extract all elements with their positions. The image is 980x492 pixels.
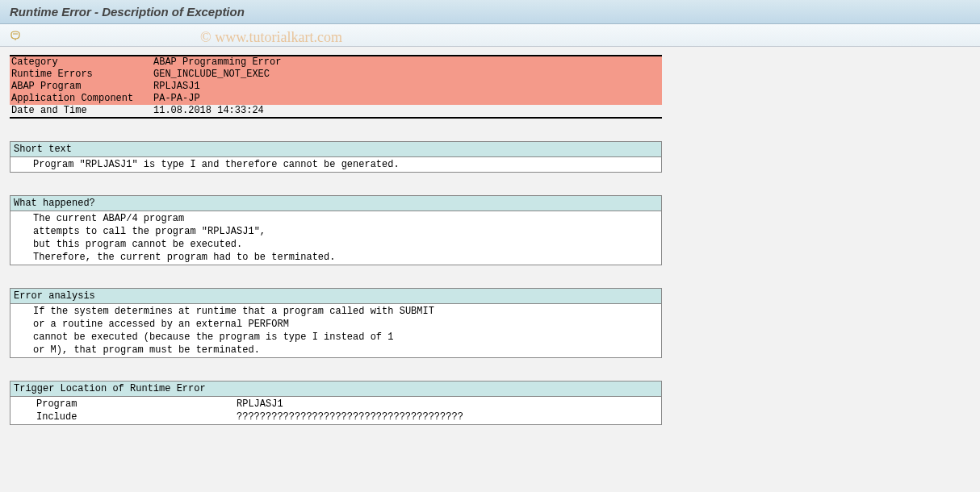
- error-value: GEN_INCLUDE_NOT_EXEC: [153, 69, 662, 81]
- error-label: Application Component: [10, 93, 153, 105]
- error-row-category: Category ABAP Programming Error: [10, 56, 662, 69]
- trigger-row-include: Include ????????????????????????????????…: [14, 411, 658, 423]
- trigger-value: ???????????????????????????????????????: [237, 411, 658, 423]
- section-trigger-location: Trigger Location of Runtime Error Progra…: [10, 381, 662, 425]
- toolbar: [0, 24, 980, 47]
- content-area: Category ABAP Programming Error Runtime …: [0, 47, 980, 433]
- section-body: If the system determines at runtime that…: [10, 304, 661, 357]
- section-title: Trigger Location of Runtime Error: [10, 382, 661, 397]
- title-bar: Runtime Error - Description of Exception: [0, 0, 980, 24]
- section-body: The current ABAP/4 program attempts to c…: [10, 211, 661, 265]
- error-header-table: Category ABAP Programming Error Runtime …: [10, 55, 662, 119]
- error-value: 11.08.2018 14:33:24: [153, 105, 662, 117]
- error-row-date-time: Date and Time 11.08.2018 14:33:24: [10, 105, 662, 117]
- error-row-runtime-errors: Runtime Errors GEN_INCLUDE_NOT_EXEC: [10, 69, 662, 81]
- section-body: Program RPLJASJ1 Include ???????????????…: [10, 397, 661, 424]
- section-short-text: Short text Program "RPLJASJ1" is type I …: [10, 141, 662, 173]
- page-title: Runtime Error - Description of Exception: [10, 5, 245, 19]
- section-what-happened: What happened? The current ABAP/4 progra…: [10, 195, 662, 265]
- error-label: ABAP Program: [10, 81, 153, 93]
- section-body: Program "RPLJASJ1" is type I and therefo…: [10, 157, 661, 172]
- text-line: Program "RPLJASJ1" is type I and therefo…: [33, 158, 658, 171]
- section-title: Short text: [10, 142, 661, 157]
- text-line: but this program cannot be executed.: [33, 238, 658, 251]
- error-value: ABAP Programming Error: [153, 56, 662, 69]
- text-line: If the system determines at runtime that…: [33, 305, 658, 318]
- text-line: or M), that program must be terminated.: [33, 344, 658, 356]
- error-label: Runtime Errors: [10, 69, 153, 81]
- text-line: Therefore, the current program had to be…: [33, 251, 658, 264]
- trigger-label: Include: [14, 411, 237, 423]
- error-row-abap-program: ABAP Program RPLJASJ1: [10, 81, 662, 93]
- error-label: Category: [10, 56, 153, 69]
- text-line: attempts to call the program "RPLJASJ1",: [33, 225, 658, 238]
- trigger-value: RPLJASJ1: [237, 398, 658, 411]
- error-value: RPLJASJ1: [153, 81, 662, 93]
- trigger-row-program: Program RPLJASJ1: [14, 398, 658, 411]
- text-line: cannot be executed (because the program …: [33, 331, 658, 344]
- section-title: What happened?: [10, 196, 661, 211]
- abap-debugger-icon[interactable]: [8, 28, 23, 43]
- text-line: The current ABAP/4 program: [33, 212, 658, 225]
- text-line: or a routine accessed by an external PER…: [33, 318, 658, 331]
- error-row-app-component: Application Component PA-PA-JP: [10, 93, 662, 105]
- error-label: Date and Time: [10, 105, 153, 117]
- error-value: PA-PA-JP: [153, 93, 662, 105]
- trigger-label: Program: [14, 398, 237, 411]
- section-error-analysis: Error analysis If the system determines …: [10, 288, 662, 358]
- section-title: Error analysis: [10, 289, 661, 304]
